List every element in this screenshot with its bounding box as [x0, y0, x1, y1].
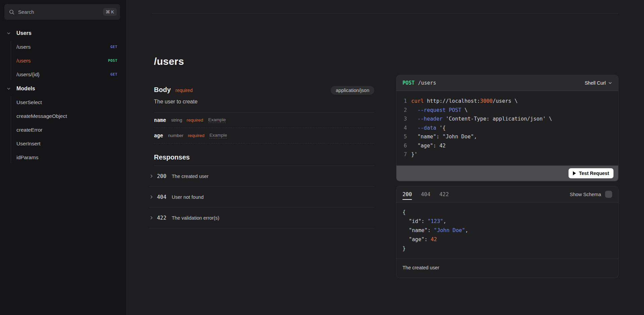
json-line: "age": 42 — [402, 235, 612, 244]
sidebar-nav: Users/usersGET/usersPOST/users/{id}GETMo… — [0, 26, 127, 165]
example-chip[interactable]: Example — [209, 133, 227, 138]
chevron-down-icon — [7, 31, 11, 35]
response-row-422[interactable]: 422The validation error(s) — [149, 208, 374, 228]
nav-items: UserSelectcreateMessageObjectcreateError… — [0, 95, 127, 164]
response-code: 200 — [157, 173, 166, 179]
property-required-badge: required — [188, 133, 205, 138]
example-chip[interactable]: Example — [208, 117, 226, 123]
json-line: } — [402, 244, 612, 253]
code-text: }' — [407, 150, 418, 159]
code-text: "age": 42 — [407, 141, 446, 150]
response-tabs: 200404422 — [402, 186, 449, 203]
request-card-footer: Test Request — [396, 166, 618, 181]
json-line: "name": "John Doe", — [402, 226, 612, 235]
sidebar-item-idparams[interactable]: idParams — [0, 150, 127, 164]
sidebar-item-createerror[interactable]: createError — [0, 123, 127, 137]
nav-item-label: /users — [16, 44, 31, 50]
property-name: name — [154, 117, 166, 123]
example-column: POST /users Shell Curl 1curl http://loca… — [396, 75, 618, 278]
code-text: "name": "John Doe", — [407, 132, 477, 141]
response-description: The validation error(s) — [172, 215, 219, 221]
nav-item-label: UserSelect — [16, 99, 42, 105]
nav-item-label: /users — [16, 58, 31, 64]
chevron-down-icon — [608, 81, 612, 85]
content-type-badge: application/json — [331, 86, 374, 95]
sidebar: Search ⌘ K Users/usersGET/usersPOST/user… — [0, 0, 127, 315]
client-selector-label: Shell Curl — [585, 80, 606, 86]
line-number: 2 — [396, 106, 407, 115]
response-description: User not found — [172, 194, 204, 200]
response-card: 200404422 Show Schema { "id": "123", "na… — [396, 186, 618, 278]
search-shortcut: ⌘ K — [103, 8, 117, 16]
chevron-right-icon — [149, 195, 154, 199]
client-selector[interactable]: Shell Curl — [585, 80, 612, 86]
nav-item-label: createError — [16, 127, 43, 133]
show-schema-checkbox[interactable] — [605, 191, 612, 198]
property-list: namestringrequiredExampleagenumberrequir… — [154, 113, 374, 143]
response-code: 404 — [157, 194, 166, 200]
search-input[interactable]: Search ⌘ K — [4, 4, 120, 20]
chevron-down-icon — [7, 87, 11, 91]
nav-group-header-users[interactable]: Users — [0, 26, 127, 40]
line-number: 4 — [396, 124, 407, 133]
response-json: { "id": "123", "name": "John Doe", "age"… — [396, 203, 618, 259]
test-request-label: Test Request — [579, 171, 609, 176]
response-row-200[interactable]: 200The created user — [149, 166, 374, 187]
property-required-badge: required — [186, 118, 203, 123]
response-row-404[interactable]: 404User not found — [149, 187, 374, 208]
request-card-header: POST /users Shell Curl — [396, 75, 618, 91]
show-schema-control: Show Schema — [570, 191, 612, 198]
method-badge: POST — [108, 58, 117, 63]
code-text: --data '{ — [407, 124, 446, 133]
sidebar-item-createmessageobject[interactable]: createMessageObject — [0, 109, 127, 123]
body-heading: Body — [154, 86, 171, 94]
property-type: number — [168, 133, 183, 138]
response-tab-200[interactable]: 200 — [402, 186, 412, 203]
code-text: curl http://localhost:3000/users \ — [407, 97, 518, 106]
search-icon — [9, 9, 14, 15]
sidebar-item--users-id-[interactable]: /users/{id}GET — [0, 68, 127, 81]
response-card-header: 200404422 Show Schema — [396, 186, 618, 203]
sidebar-item-userinsert[interactable]: UserInsert — [0, 137, 127, 150]
play-icon — [573, 171, 576, 175]
page-title: /users — [154, 56, 374, 67]
method-badge: GET — [110, 72, 117, 77]
sidebar-item--users[interactable]: /usersGET — [0, 40, 127, 54]
sidebar-item-userselect[interactable]: UserSelect — [0, 95, 127, 109]
main-content: /users Body required application/json Th… — [127, 0, 644, 315]
line-number: 1 — [396, 97, 407, 106]
response-card-footer: The created user — [396, 259, 618, 278]
response-list: 200The created user404User not found422T… — [154, 166, 374, 228]
code-line: 3 --header 'Content-Type: application/js… — [396, 115, 618, 124]
line-number: 3 — [396, 115, 407, 124]
nav-group: Users/usersGET/usersPOST/users/{id}GET — [0, 26, 127, 81]
nav-item-label: createMessageObject — [16, 113, 67, 119]
property-row: namestringrequiredExample — [154, 113, 374, 128]
nav-item-label: /users/{id} — [16, 72, 40, 78]
code-line: 4 --data '{ — [396, 124, 618, 133]
body-required-badge: required — [175, 88, 193, 93]
show-schema-label: Show Schema — [570, 192, 601, 197]
response-tab-404[interactable]: 404 — [421, 186, 430, 203]
nav-group-label: Models — [16, 86, 35, 92]
nav-items: /usersGET/usersPOST/users/{id}GET — [0, 40, 127, 81]
nav-item-label: idParams — [16, 154, 38, 161]
response-tab-422[interactable]: 422 — [439, 186, 449, 203]
line-number: 7 — [396, 150, 407, 159]
nav-group: ModelsUserSelectcreateMessageObjectcreat… — [0, 82, 127, 164]
json-line: { — [402, 208, 612, 217]
sidebar-item--users[interactable]: /usersPOST — [0, 54, 127, 68]
response-footer-text: The created user — [402, 265, 439, 270]
code-line: 2 --request POST \ — [396, 106, 618, 115]
property-row: agenumberrequiredExample — [154, 128, 374, 143]
method-badge: GET — [110, 45, 117, 49]
nav-item-label: UserInsert — [16, 141, 41, 147]
test-request-button[interactable]: Test Request — [569, 168, 613, 178]
operation-column: /users Body required application/json Th… — [154, 0, 374, 228]
response-description: The created user — [172, 174, 209, 179]
nav-group-header-models[interactable]: Models — [0, 82, 127, 95]
request-method: POST — [402, 80, 415, 86]
code-line: 6 "age": 42 — [396, 141, 618, 150]
chevron-right-icon — [149, 174, 154, 178]
body-description: The user to create — [154, 99, 374, 105]
